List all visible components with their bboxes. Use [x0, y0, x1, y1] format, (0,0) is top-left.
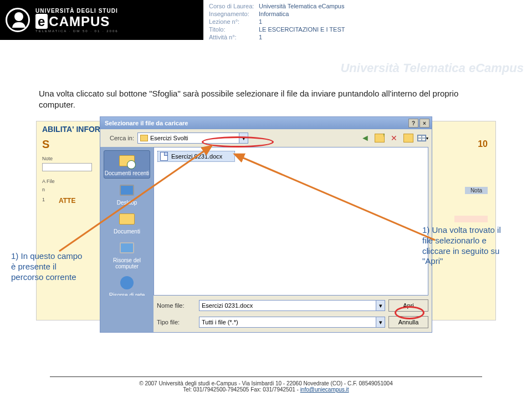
bgform-header: ABILITA' INFORM	[42, 125, 107, 134]
recent-docs-icon	[118, 152, 136, 169]
dialog-title: Selezionare il file da caricare	[103, 120, 407, 126]
documents-icon	[118, 211, 136, 227]
meta-val: LE ESCERCITAZIONI E I TEST	[259, 26, 345, 33]
lookin-value: Esercizi Svolti	[150, 135, 188, 141]
bgform-1: 1	[42, 197, 45, 202]
docx-icon	[160, 152, 168, 161]
view-mode-icon[interactable]: ▾	[417, 133, 428, 144]
course-meta: Corso di Laurea:Università Telematica eC…	[203, 0, 532, 41]
meta-val: 1	[259, 18, 262, 26]
annotation-left: 1) In questo campo è presente il percors…	[11, 251, 89, 282]
bgform-nota: Nota	[465, 187, 488, 194]
places-bar: Documenti recenti Desktop Documenti Riso…	[100, 147, 154, 296]
network-icon	[118, 274, 136, 291]
dialog-body: Documenti recenti Desktop Documenti Riso…	[100, 147, 432, 296]
dropdown-icon[interactable]: ▾	[376, 301, 385, 311]
meta-label: Lezione n°:	[209, 18, 259, 26]
place-label: Documenti	[114, 228, 140, 235]
place-label: Risorse del computer	[104, 257, 150, 269]
uni-name: UNIVERSITÀ DEGLI STUDI	[35, 8, 119, 14]
bgform-note-input[interactable]	[42, 163, 92, 171]
meta-label: Titolo:	[209, 26, 259, 33]
filetype-field[interactable]: Tutti i file (*.*) ▾	[199, 317, 385, 328]
place-documents[interactable]: Documenti	[104, 209, 150, 236]
filetype-label: Tipo file:	[157, 319, 196, 325]
screenshot-composite: ABILITA' INFORM S Note A File n 1 ATTE 1…	[36, 121, 496, 332]
delete-icon[interactable]: ✕	[388, 133, 400, 144]
bgform-att: ATTE	[59, 197, 75, 205]
highlight-oval-lookin	[202, 136, 274, 147]
place-label: Documenti recenti	[105, 170, 150, 176]
filename-value: Esercizi 0231.docx	[202, 302, 253, 309]
bgform-note-label: Note	[42, 156, 53, 161]
bgform-file-label: A File	[42, 179, 55, 184]
help-button[interactable]: ?	[408, 119, 418, 128]
meta-label: Corso di Laurea:	[209, 2, 259, 10]
logo-block: UNIVERSITÀ DEGLI STUDI eCAMPUS TELEMATIC…	[0, 0, 203, 40]
toolbar-icons: ◄ ✕ ▾	[360, 133, 428, 144]
desktop-icon	[118, 182, 136, 198]
bgform-n: n	[42, 187, 45, 192]
computer-icon	[118, 240, 136, 256]
file-item[interactable]: Esercizi 0231.docx	[157, 151, 235, 162]
place-recent[interactable]: Documenti recenti	[104, 150, 150, 179]
highlight-oval-open	[395, 306, 424, 319]
lookin-label: Cerca in:	[104, 135, 134, 141]
file-open-dialog: Selezionare il file da caricare ? × Cerc…	[100, 116, 432, 333]
place-label: Desktop	[117, 200, 137, 206]
footer-line2: Tel: 031/7942500-7942505 Fax: 031/794250…	[183, 386, 300, 393]
logo-subtext: TELEMATICA · DM 50 · 01 · 2006	[35, 29, 119, 33]
logo-icon	[6, 8, 30, 32]
bgform-s: S	[42, 138, 49, 151]
up-folder-icon[interactable]	[374, 133, 385, 144]
filename-field[interactable]: Esercizi 0231.docx ▾	[199, 300, 385, 311]
filetype-value: Tutti i file (*.*)	[202, 319, 238, 325]
meta-label: Insegnamento:	[209, 10, 259, 18]
new-folder-icon[interactable]	[403, 133, 414, 144]
meta-val: 1	[259, 33, 262, 41]
header-banner: UNIVERSITÀ DEGLI STUDI eCAMPUS TELEMATIC…	[0, 0, 532, 41]
close-button[interactable]: ×	[420, 119, 429, 128]
bgform-10: 10	[478, 139, 488, 149]
dropdown-icon[interactable]: ▾	[376, 317, 385, 327]
meta-val: Università Telematica eCampus	[259, 2, 344, 10]
annotation-right: 1) Una volta trovato il file selezionarl…	[422, 225, 511, 267]
folder-icon	[140, 135, 148, 141]
filename-label: Nome file:	[157, 302, 196, 309]
back-icon[interactable]: ◄	[360, 133, 371, 144]
place-mycomputer[interactable]: Risorse del computer	[104, 238, 150, 271]
bgform-stripe	[454, 216, 488, 222]
dialog-footer: Nome file: Esercizi 0231.docx ▾ Apri Tip…	[100, 296, 432, 332]
file-list-area[interactable]: Esercizi 0231.docx	[154, 147, 428, 296]
campus-logo: eCAMPUS	[35, 14, 119, 29]
place-desktop[interactable]: Desktop	[104, 180, 150, 207]
dialog-titlebar[interactable]: Selezionare il file da caricare ? ×	[100, 117, 432, 129]
footer-line1: © 2007 Università degli studi e-Campus -…	[0, 380, 532, 386]
meta-label: Attività n°:	[209, 33, 259, 41]
page-footer: © 2007 Università degli studi e-Campus -…	[0, 376, 532, 393]
footer-email[interactable]: info@uniecampus.it	[300, 386, 349, 393]
body-paragraph: Una volta cliccato sul bottone "Sfoglia"…	[0, 41, 532, 121]
meta-val: Informatica	[259, 10, 289, 18]
file-name: Esercizi 0231.docx	[171, 153, 222, 160]
